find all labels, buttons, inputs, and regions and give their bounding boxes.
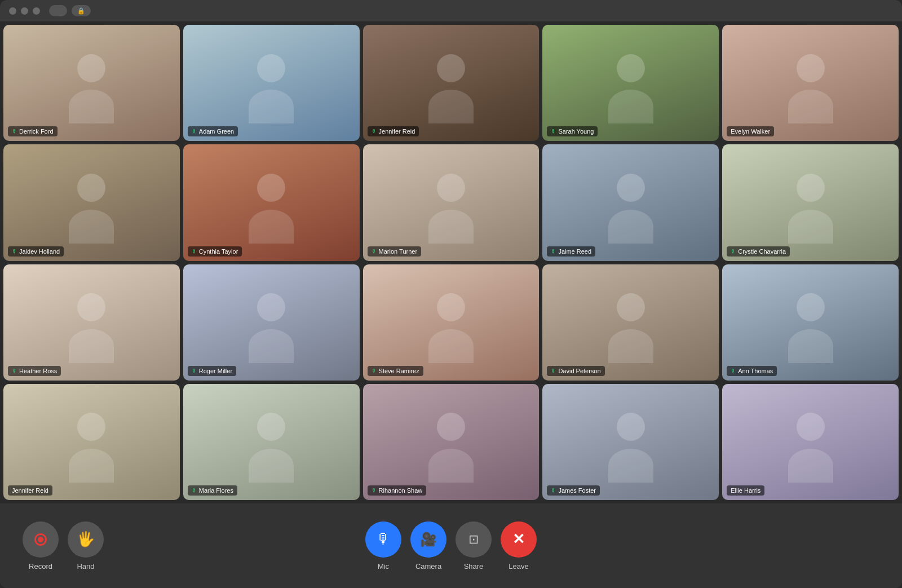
video-tile-inner: 🎙Derrick Ford	[3, 25, 180, 141]
video-tile-inner: 🎙Ann Thomas	[722, 264, 899, 381]
hand-btn-circle[interactable]: 🖐	[68, 521, 104, 558]
mic-active-icon: 🎙	[12, 129, 17, 134]
camera-icon: 🎥	[420, 532, 437, 547]
participant-name-text: Crystle Chavarria	[738, 248, 786, 255]
video-tile-inner: 🎙Rihannon Shaw	[363, 384, 540, 500]
participant-name-label: 🎙Cynthia Taylor	[188, 246, 242, 257]
participant-name-text: Jennifer Reid	[12, 487, 48, 494]
mic-active-icon: 🎙	[731, 368, 736, 374]
mic-button[interactable]: 🎙 Mic	[365, 521, 401, 571]
mic-active-icon: 🎙	[192, 368, 197, 374]
participant-name-label: Ellie Harris	[727, 485, 764, 496]
share-btn-circle[interactable]: ⊡	[456, 521, 492, 558]
participant-name-text: Jaime Reed	[558, 248, 591, 255]
participant-name-text: Derrick Ford	[19, 128, 54, 135]
video-tile: 🎙Adam Green	[183, 25, 360, 141]
participant-video	[722, 264, 899, 381]
record-icon	[34, 533, 47, 546]
video-tile-inner: 🎙David Peterson	[542, 264, 719, 381]
video-tile: Ellie Harris	[722, 384, 899, 500]
participant-video	[3, 25, 180, 141]
participant-video	[363, 144, 540, 260]
traffic-light-min[interactable]	[21, 7, 28, 15]
leave-btn-circle[interactable]: ✕	[501, 521, 537, 558]
participant-name-text: Maria Flores	[199, 487, 233, 494]
participant-name-label: 🎙Rihannon Shaw	[368, 485, 427, 496]
video-tile: Jennifer Reid	[3, 384, 180, 500]
video-tile: 🎙Jennifer Reid	[363, 25, 540, 141]
mic-active-icon: 🎙	[551, 249, 556, 254]
participant-name-text: David Peterson	[558, 368, 600, 374]
mic-active-icon: 🎙	[551, 129, 556, 134]
microphone-icon: 🎙	[376, 530, 391, 548]
video-tile: 🎙Cynthia Taylor	[183, 144, 360, 260]
participant-name-text: Sarah Young	[558, 128, 594, 135]
participant-name-label: 🎙David Peterson	[547, 366, 604, 376]
mic-active-icon: 🎙	[372, 368, 377, 374]
video-tile-inner: 🎙Jennifer Reid	[363, 25, 540, 141]
camera-btn-circle[interactable]: 🎥	[410, 521, 446, 558]
share-button[interactable]: ⊡ Share	[456, 521, 492, 571]
participant-video	[363, 264, 540, 381]
participant-name-label: 🎙Ann Thomas	[727, 366, 777, 376]
video-tile: 🎙Crystle Chavarria	[722, 144, 899, 260]
participant-name-text: Roger Miller	[199, 368, 232, 374]
participant-video	[363, 384, 540, 500]
controls-left: Record 🖐 Hand	[23, 521, 104, 571]
participant-name-text: Jaidev Holland	[19, 248, 60, 255]
participant-name-label: 🎙Roger Miller	[188, 366, 236, 376]
share-icon: ⊡	[468, 532, 479, 547]
mic-active-icon: 🎙	[731, 249, 736, 254]
video-tile: 🎙Jaime Reed	[542, 144, 719, 260]
video-tile: 🎙Maria Flores	[183, 384, 360, 500]
traffic-light-max[interactable]	[33, 7, 40, 15]
video-tile-inner: 🎙Marion Turner	[363, 144, 540, 260]
participant-name-label: 🎙Marion Turner	[368, 246, 421, 257]
mic-label: Mic	[378, 562, 389, 571]
video-tile: 🎙James Foster	[542, 384, 719, 500]
video-tile: 🎙Sarah Young	[542, 25, 719, 141]
video-tile-inner: Ellie Harris	[722, 384, 899, 500]
record-label: Record	[29, 562, 52, 571]
participant-name-text: Jennifer Reid	[379, 128, 415, 135]
mic-active-icon: 🎙	[551, 368, 556, 374]
leave-button[interactable]: ✕ Leave	[501, 521, 537, 571]
traffic-light-close[interactable]	[9, 7, 16, 15]
record-btn-circle[interactable]	[23, 521, 59, 558]
participant-video	[722, 144, 899, 260]
leave-label: Leave	[509, 562, 528, 571]
video-tile: 🎙Heather Ross	[3, 264, 180, 381]
mic-active-icon: 🎙	[192, 249, 197, 254]
leave-icon: ✕	[512, 530, 525, 548]
mic-active-icon: 🎙	[372, 129, 377, 134]
participant-video	[3, 264, 180, 381]
video-tile: 🎙Derrick Ford	[3, 25, 180, 141]
main-content: 🎙Derrick Ford🎙Adam Green🎙Jennifer Reid🎙S…	[0, 21, 902, 588]
participant-name-text: James Foster	[558, 487, 596, 494]
participant-video	[542, 144, 719, 260]
record-inner	[38, 537, 43, 542]
participant-name-text: Cynthia Taylor	[199, 248, 238, 255]
video-tile-inner: 🎙Jaime Reed	[542, 144, 719, 260]
mic-active-icon: 🎙	[551, 488, 556, 493]
camera-button[interactable]: 🎥 Camera	[410, 521, 446, 571]
video-grid: 🎙Derrick Ford🎙Adam Green🎙Jennifer Reid🎙S…	[0, 21, 902, 503]
video-tile: 🎙David Peterson	[542, 264, 719, 381]
mic-btn-circle[interactable]: 🎙	[365, 521, 401, 558]
participant-name-label: 🎙Heather Ross	[8, 366, 61, 376]
video-tile-inner: 🎙Roger Miller	[183, 264, 360, 381]
title-bar-pill	[49, 5, 67, 16]
participant-name-text: Adam Green	[199, 128, 234, 135]
participant-video	[722, 25, 899, 141]
bottom-bar: Record 🖐 Hand 🎙 Mic 🎥 Camera	[0, 503, 902, 588]
video-tile: 🎙Jaidev Holland	[3, 144, 180, 260]
video-tile: 🎙Roger Miller	[183, 264, 360, 381]
participant-name-label: 🎙Jaime Reed	[547, 246, 595, 257]
participant-video	[183, 384, 360, 500]
hand-button[interactable]: 🖐 Hand	[68, 521, 104, 571]
participant-video	[183, 264, 360, 381]
video-tile-inner: Jennifer Reid	[3, 384, 180, 500]
record-button[interactable]: Record	[23, 521, 59, 571]
participant-video	[363, 25, 540, 141]
controls-center: 🎙 Mic 🎥 Camera ⊡ Share ✕ Leave	[365, 521, 537, 571]
